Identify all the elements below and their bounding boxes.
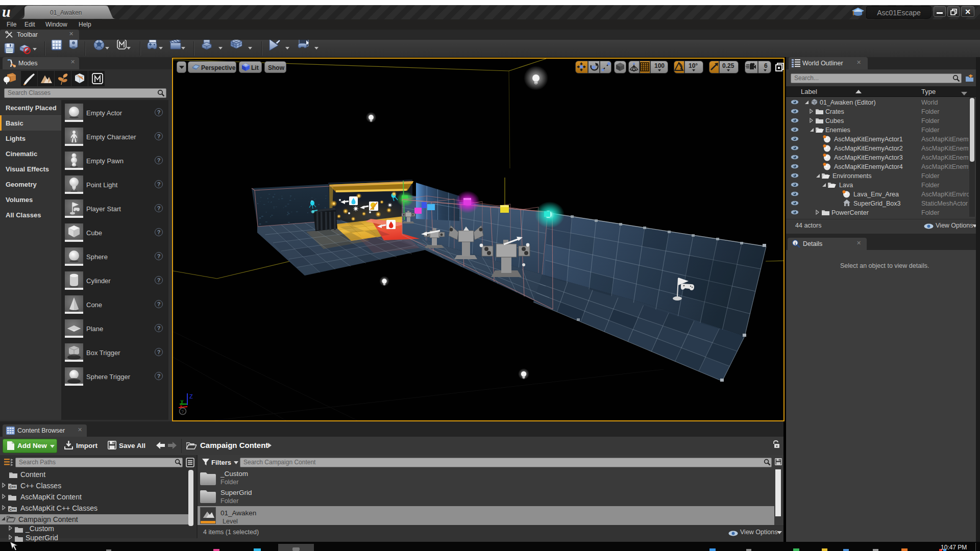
svg-text:C++: C++ (9, 508, 16, 511)
svg-text:Z: Z (189, 393, 193, 399)
svg-text:0.25: 0.25 (722, 62, 734, 69)
svg-text:100: 100 (654, 62, 665, 69)
svg-text:01_Awaken: 01_Awaken (50, 9, 82, 16)
svg-text:?: ? (181, 409, 184, 414)
svg-text:10°: 10° (689, 62, 698, 69)
svg-text:C++: C++ (9, 485, 16, 489)
svg-text:6: 6 (764, 62, 768, 69)
